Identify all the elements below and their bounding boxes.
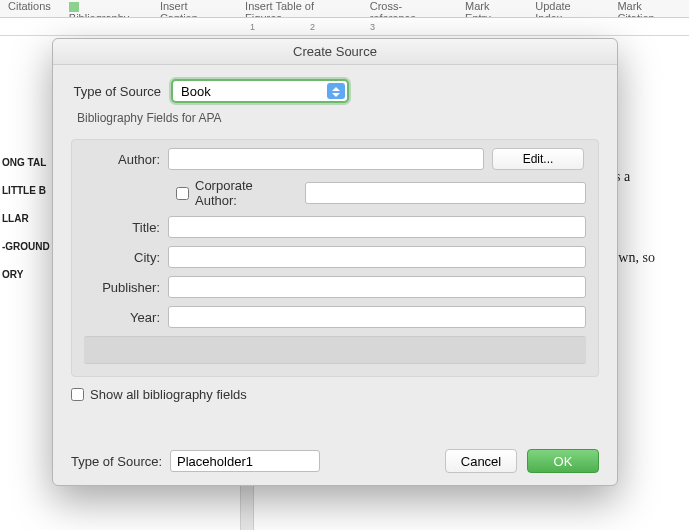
tag-name-input[interactable] xyxy=(170,450,320,472)
author-label: Author: xyxy=(84,152,168,167)
dialog-title: Create Source xyxy=(53,39,617,65)
type-of-source-label: Type of Source xyxy=(71,84,171,99)
ribbon-insert-tof[interactable]: Insert Table of Figures xyxy=(245,0,352,18)
title-label: Title: xyxy=(84,220,168,235)
year-input[interactable] xyxy=(168,306,586,328)
bibliography-icon xyxy=(69,2,79,12)
ribbon-cross-reference[interactable]: Cross-reference xyxy=(370,0,447,18)
ruler-mark-1: 1 xyxy=(250,22,255,32)
title-input[interactable] xyxy=(168,216,586,238)
ribbon: Citations Bibliography Insert Caption In… xyxy=(0,0,689,18)
author-input[interactable] xyxy=(168,148,484,170)
outline-item[interactable]: LLAR xyxy=(2,212,58,226)
publisher-input[interactable] xyxy=(168,276,586,298)
fields-caption: Bibliography Fields for APA xyxy=(77,111,599,125)
ribbon-mark-entry[interactable]: Mark Entry xyxy=(465,0,517,18)
ruler-mark-3: 3 xyxy=(370,22,375,32)
type-of-source-select[interactable]: Book xyxy=(171,79,349,103)
show-all-fields-checkbox[interactable] xyxy=(71,388,84,401)
create-source-dialog: Create Source Type of Source Book Biblio… xyxy=(52,38,618,486)
ok-button[interactable]: OK xyxy=(527,449,599,473)
corporate-author-input[interactable] xyxy=(305,182,586,204)
ribbon-update-index[interactable]: Update Index xyxy=(535,0,599,18)
chevron-updown-icon xyxy=(332,93,340,97)
city-input[interactable] xyxy=(168,246,586,268)
cancel-button[interactable]: Cancel xyxy=(445,449,517,473)
outline-item[interactable]: ONG TAL xyxy=(2,156,58,170)
ruler-mark-2: 2 xyxy=(310,22,315,32)
outline-pane: ONG TAL LITTLE B LLAR -GROUND ORY xyxy=(0,36,60,530)
show-all-fields-label: Show all bibliography fields xyxy=(90,387,247,402)
outline-item[interactable]: -GROUND xyxy=(2,240,58,254)
tag-name-label: Type of Source: xyxy=(71,454,162,469)
outline-item[interactable]: LITTLE B xyxy=(2,184,58,198)
year-label: Year: xyxy=(84,310,168,325)
ribbon-mark-citation[interactable]: Mark Citation xyxy=(617,0,681,18)
ribbon-bibliography[interactable]: Bibliography xyxy=(69,0,142,18)
outline-item[interactable]: ORY xyxy=(2,268,58,282)
ruler: 1 2 3 xyxy=(0,18,689,36)
city-label: City: xyxy=(84,250,168,265)
edit-author-button[interactable]: Edit... xyxy=(492,148,584,170)
publisher-label: Publisher: xyxy=(84,280,168,295)
corporate-author-label: Corporate Author: xyxy=(195,178,297,208)
fields-spacer xyxy=(84,336,586,364)
bibliography-fields-box: Author: Edit... Corporate Author: Title:… xyxy=(71,139,599,377)
ribbon-insert-caption[interactable]: Insert Caption xyxy=(160,0,227,18)
ribbon-citations[interactable]: Citations xyxy=(8,0,51,12)
corporate-author-checkbox[interactable] xyxy=(176,187,189,200)
